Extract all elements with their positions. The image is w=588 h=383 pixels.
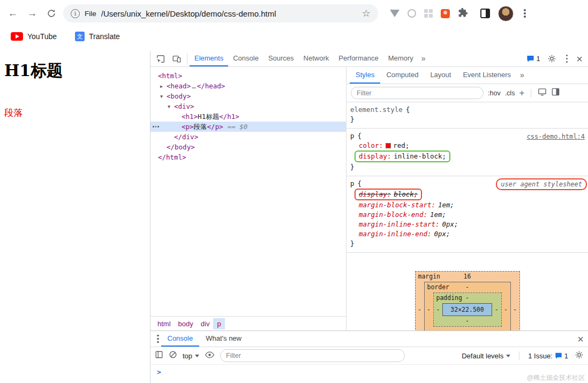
element-style-section[interactable]: element.style{ }: [346, 102, 588, 129]
devtools-menu-icon[interactable]: [564, 52, 570, 65]
devtools-settings-icon[interactable]: [547, 54, 557, 63]
grid-extension-icon[interactable]: [424, 9, 433, 18]
tree-node-p-selected[interactable]: <p>段落</p>== $0: [150, 122, 346, 132]
tree-node-div-close[interactable]: </div>: [150, 132, 346, 142]
css-property-margin-inline-end[interactable]: margin-inline-end:0px;: [346, 229, 588, 239]
tab-elements[interactable]: Elements: [190, 51, 228, 66]
execution-context-select[interactable]: top: [183, 352, 199, 360]
padding-top-value[interactable]: -: [465, 294, 469, 302]
element-style-selector[interactable]: element.style: [350, 106, 403, 114]
css-property-display-overridden[interactable]: display:block;: [346, 189, 588, 200]
border-top-value[interactable]: -: [465, 283, 469, 291]
margin-left-value[interactable]: -: [416, 306, 424, 313]
console-sidebar-toggle-icon[interactable]: [155, 350, 163, 361]
new-style-rule-button[interactable]: +: [519, 88, 524, 99]
css-property-display[interactable]: display:inline-block;: [346, 151, 588, 162]
stylesheet-source-link[interactable]: css-demo.html:4: [527, 132, 585, 141]
rule-selector[interactable]: p: [350, 179, 355, 187]
color-swatch[interactable]: [386, 143, 391, 148]
css-property-color[interactable]: color:red;: [346, 141, 588, 151]
tab-event-listeners[interactable]: Event Listeners: [457, 67, 517, 84]
devtools-close-icon[interactable]: ×: [576, 54, 583, 64]
margin-right-value[interactable]: -: [511, 306, 519, 313]
tab-network[interactable]: Network: [299, 51, 334, 66]
style-rule-user-agent[interactable]: p{ user agent stylesheet display:block; …: [346, 176, 588, 253]
padding-left-value[interactable]: -: [434, 306, 443, 313]
inspect-element-icon[interactable]: [153, 51, 169, 66]
toggle-hover-state-button[interactable]: :hov: [488, 89, 501, 97]
issues-counter[interactable]: 1: [526, 55, 540, 63]
ring-extension-icon[interactable]: [408, 9, 416, 18]
margin-top-value[interactable]: 16: [464, 273, 471, 280]
node-more-icon[interactable]: [153, 126, 159, 127]
forward-button[interactable]: →: [25, 6, 40, 21]
browser-menu-icon[interactable]: [522, 7, 528, 20]
drawer-tab-whats-new[interactable]: What's new: [199, 331, 248, 347]
tab-styles[interactable]: Styles: [350, 67, 380, 84]
bookmark-star-icon[interactable]: ☆: [362, 7, 371, 19]
page-info-icon[interactable]: i: [71, 9, 80, 18]
padding-bottom-value[interactable]: -: [434, 316, 501, 326]
padding-right-value[interactable]: -: [492, 306, 501, 313]
tab-sources[interactable]: Sources: [263, 51, 299, 66]
tree-node-html-close[interactable]: </html>: [150, 152, 346, 162]
profile-avatar[interactable]: [498, 6, 514, 21]
clear-console-icon[interactable]: [169, 350, 177, 361]
collapse-arrow-icon[interactable]: ▼: [160, 92, 167, 102]
log-levels-select[interactable]: Default levels: [462, 352, 510, 360]
styles-filter-input[interactable]: [351, 87, 484, 99]
address-bar[interactable]: i File /Users/unix_kernel/Desktop/demo/c…: [63, 4, 378, 22]
live-expression-eye-icon[interactable]: [205, 351, 215, 361]
computed-panel-toggle-icon[interactable]: [551, 87, 560, 99]
border-bottom-value[interactable]: -: [425, 327, 510, 331]
expand-arrow-icon[interactable]: ▶: [160, 81, 167, 92]
breadcrumb-html[interactable]: html: [154, 318, 175, 329]
tab-memory[interactable]: Memory: [383, 51, 418, 66]
url-text[interactable]: /Users/unix_kernel/Desktop/demo/css-demo…: [101, 9, 357, 18]
tree-node-head[interactable]: ▶<head>…</head>: [150, 81, 346, 91]
more-sidebar-tabs-icon[interactable]: »: [517, 67, 527, 84]
style-rule-author[interactable]: p{ css-demo.html:4 color:red; display:in…: [346, 129, 588, 176]
split-screen-icon[interactable]: [480, 9, 490, 18]
box-model-border[interactable]: border- - padding- - 32×22.500: [424, 282, 511, 331]
device-toolbar-icon[interactable]: [169, 51, 185, 66]
tab-performance[interactable]: Performance: [334, 51, 383, 66]
console-settings-icon[interactable]: [575, 350, 584, 362]
vue-devtools-extension-icon[interactable]: [390, 10, 399, 17]
border-right-value[interactable]: -: [502, 306, 510, 313]
css-property-margin-block-end[interactable]: margin-block-end:1em;: [346, 210, 588, 220]
box-model-content[interactable]: 32×22.500: [442, 303, 492, 316]
breadcrumb-p[interactable]: p: [213, 318, 224, 329]
tab-computed[interactable]: Computed: [380, 67, 424, 84]
bookmark-translate[interactable]: 文 Translate: [75, 32, 120, 41]
breadcrumb-div[interactable]: div: [197, 318, 214, 329]
tree-node-div-open[interactable]: ▼<div>: [150, 101, 346, 111]
rule-selector[interactable]: p: [350, 132, 355, 140]
css-property-margin-inline-start[interactable]: margin-inline-start:0px;: [346, 220, 588, 229]
tab-layout[interactable]: Layout: [424, 67, 457, 84]
extensions-puzzle-icon[interactable]: [458, 7, 468, 20]
more-tabs-icon[interactable]: »: [418, 51, 429, 66]
collapse-arrow-icon[interactable]: ▼: [168, 102, 174, 112]
collapsed-content-ellipsis[interactable]: …: [192, 82, 196, 90]
tree-node-h1[interactable]: <h1>H1标题</h1>: [150, 111, 346, 122]
drawer-menu-icon[interactable]: [155, 333, 161, 346]
tree-node-body-open[interactable]: ▼<body>: [150, 91, 346, 101]
console-prompt-row[interactable]: >: [150, 365, 588, 383]
console-filter-input[interactable]: [220, 349, 405, 362]
toggle-class-button[interactable]: .cls: [505, 89, 515, 97]
reload-button[interactable]: [44, 6, 59, 21]
tab-console[interactable]: Console: [228, 51, 263, 66]
console-issues-counter[interactable]: 1 Issue: 1: [528, 352, 568, 360]
orange-extension-icon[interactable]: [441, 9, 450, 18]
tree-node-body-close[interactable]: </body>: [150, 142, 346, 152]
breadcrumb-body[interactable]: body: [175, 318, 197, 329]
box-model-margin[interactable]: margin16 - border- - padding-: [415, 271, 520, 331]
border-left-value[interactable]: -: [425, 306, 433, 313]
box-model-padding[interactable]: padding- - 32×22.500 - -: [433, 292, 502, 327]
drawer-close-icon[interactable]: ×: [577, 334, 584, 344]
rendering-emulation-icon[interactable]: [538, 87, 547, 99]
tree-node-html-open[interactable]: <html>: [150, 71, 346, 81]
back-button[interactable]: ←: [5, 6, 20, 21]
bookmark-youtube[interactable]: YouTube: [11, 32, 57, 41]
